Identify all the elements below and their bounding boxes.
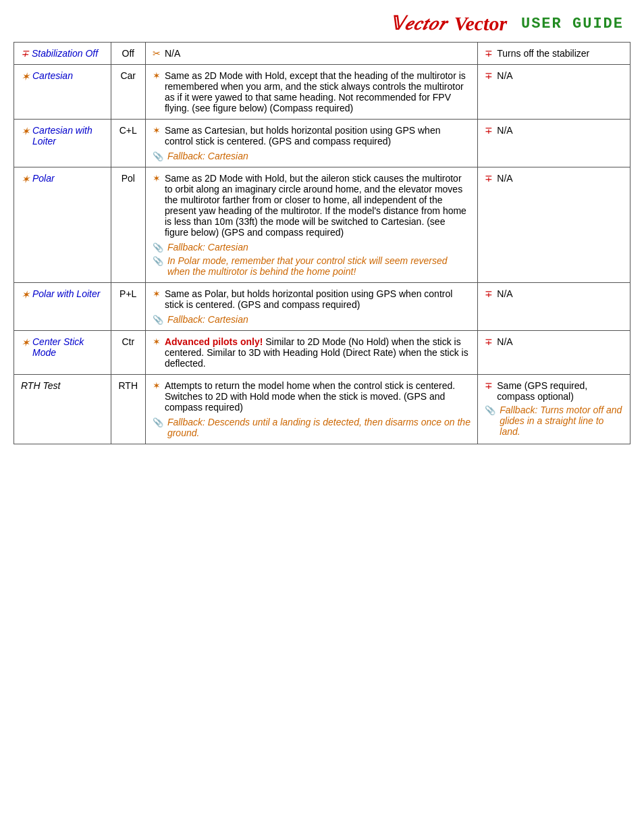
heli-cell: ∓ Same (GPS required, compass optional) … [478,375,630,444]
heli-text: N/A [497,70,512,81]
warning-icon: 📎 [153,256,163,266]
heli-icon: ∓ [485,70,493,81]
table-row: ✶ Cartesian with Loiter C+L ✶ Same as Ca… [14,120,630,167]
desc-text: Same as Polar, but holds horizontal posi… [165,288,471,310]
logo: 𝕍𝑒𝑐𝑡𝑜𝑟 [390,12,446,35]
heli-text: N/A [497,336,512,347]
mode-name: Polar [32,173,55,184]
desc-icon: ✶ [153,288,161,299]
desc-cell: ✶ Same as 2D Mode with Hold, but the ail… [145,167,477,283]
desc-icon: ✶ [153,380,161,391]
mode-cell: ✶ Center Stick Mode [14,331,111,375]
desc-text: Same as 2D Mode with Hold, but the ailer… [165,173,471,238]
heli-cell: ∓ N/A [478,120,630,167]
fallback-text: Fallback: Cartesian [167,151,248,161]
heli-fallback-text: Fallback: Turns motor off and glides in … [500,405,623,437]
warning-line: 📎 In Polar mode, remember that your cont… [153,255,471,277]
user-guide-label: USER GUIDE [521,16,624,32]
desc-cell: ✶ Same as Polar, but holds horizontal po… [145,283,477,331]
heli-cell: ∓ N/A [478,283,630,331]
heli-text: Turns off the stabilizer [497,48,589,59]
desc-icon: ✶ [153,125,161,136]
heli-fallback-icon: 📎 [485,405,495,415]
heli-icon: ∓ [485,173,493,184]
fallback-text: Fallback: Cartesian [167,242,248,253]
heli-icon: ∓ [485,125,493,136]
abbr-cell: P+L [111,283,145,331]
mode-icon: ✶ [21,125,30,138]
mode-name: Stabilization Off [32,48,98,59]
desc-cell: ✶ Attempts to return the model home when… [145,375,477,444]
abbr-cell: Off [111,43,145,65]
mode-cell: RTH Test [14,375,111,444]
desc-text: Advanced pilots only! Similar to 2D Mode… [165,336,471,369]
fallback-text: Fallback: Descends until a landing is de… [167,417,471,438]
abbr-cell: Car [111,65,145,120]
heli-text: N/A [497,173,512,184]
advanced-label: Advanced pilots only! [165,336,263,347]
mode-cell: ✶ Cartesian [14,65,111,120]
heli-fallback-line: 📎 Fallback: Turns motor off and glides i… [485,405,623,437]
heli-icon: ∓ [485,336,493,347]
mode-cell: ∓ Stabilization Off [14,43,111,65]
header: 𝕍𝑒𝑐𝑡𝑜𝑟 Vector USER GUIDE [14,7,630,39]
heli-cell: ∓ N/A [478,167,630,283]
mode-cell: ✶ Polar [14,167,111,283]
main-table: ∓ Stabilization Off Off ✂ N/A ∓ Turns of… [14,42,630,444]
warning-text: In Polar mode, remember that your contro… [167,255,471,277]
heli-cell: ∓ Turns off the stabilizer [478,43,630,65]
desc-icon: ✶ [153,70,161,81]
abbr-cell: RTH [111,375,145,444]
heli-icon: ∓ [485,288,493,299]
mode-icon: ✶ [21,288,30,301]
fallback-line: 📎 Fallback: Descends until a landing is … [153,417,471,438]
fallback-icon: 📎 [153,151,163,161]
desc-cell: ✶ Advanced pilots only! Similar to 2D Mo… [145,331,477,375]
fallback-icon: 📎 [153,315,163,325]
mode-name: Cartesian with Loiter [32,125,104,147]
heli-cell: ∓ N/A [478,65,630,120]
fallback-line: 📎 Fallback: Cartesian [153,242,471,253]
table-row: ✶ Polar Pol ✶ Same as 2D Mode with Hold,… [14,167,630,283]
fallback-text: Fallback: Cartesian [167,314,248,325]
fallback-line: 📎 Fallback: Cartesian [153,151,471,161]
desc-icon: ✂ [153,48,161,59]
heli-icon: ∓ [485,48,493,59]
table-row: ∓ Stabilization Off Off ✂ N/A ∓ Turns of… [14,43,630,65]
heli-text: N/A [497,288,512,299]
desc-text: Same as 2D Mode with Hold, except that t… [165,70,471,113]
desc-icon: ✶ [153,173,161,184]
table-row: ✶ Cartesian Car ✶ Same as 2D Mode with H… [14,65,630,120]
mode-cell: ✶ Polar with Loiter [14,283,111,331]
mode-name: Cartesian [32,70,73,81]
desc-icon: ✶ [153,336,161,347]
mode-name: Polar with Loiter [32,288,100,299]
mode-name: Center Stick Mode [32,336,104,358]
mode-icon: ✶ [21,336,30,349]
logo-stylized: Vector [454,12,507,35]
fallback-icon: 📎 [153,417,163,427]
abbr-cell: Ctr [111,331,145,375]
abbr-cell: Pol [111,167,145,283]
mode-icon: ✶ [21,70,30,83]
mode-icon: ∓ [21,48,29,59]
fallback-line: 📎 Fallback: Cartesian [153,314,471,325]
desc-text: N/A [165,48,180,59]
fallback-icon: 📎 [153,242,163,253]
table-row: RTH Test RTH ✶ Attempts to return the mo… [14,375,630,444]
page: 𝕍𝑒𝑐𝑡𝑜𝑟 Vector USER GUIDE ∓ Stabilization… [0,0,644,834]
heli-cell: ∓ N/A [478,331,630,375]
desc-cell: ✶ Same as 2D Mode with Hold, except that… [145,65,477,120]
desc-cell: ✶ Same as Cartesian, but holds horizonta… [145,120,477,167]
heli-icon: ∓ [485,380,493,391]
desc-text: Attempts to return the model home when t… [165,380,471,413]
table-row: ✶ Polar with Loiter P+L ✶ Same as Polar,… [14,283,630,331]
abbr-cell: C+L [111,120,145,167]
mode-name: RTH Test [21,380,60,391]
mode-cell: ✶ Cartesian with Loiter [14,120,111,167]
desc-cell: ✂ N/A [145,43,477,65]
mode-icon: ✶ [21,173,30,186]
desc-text: Same as Cartesian, but holds horizontal … [165,125,471,147]
table-row: ✶ Center Stick Mode Ctr ✶ Advanced pilot… [14,331,630,375]
heli-text: N/A [497,125,512,136]
